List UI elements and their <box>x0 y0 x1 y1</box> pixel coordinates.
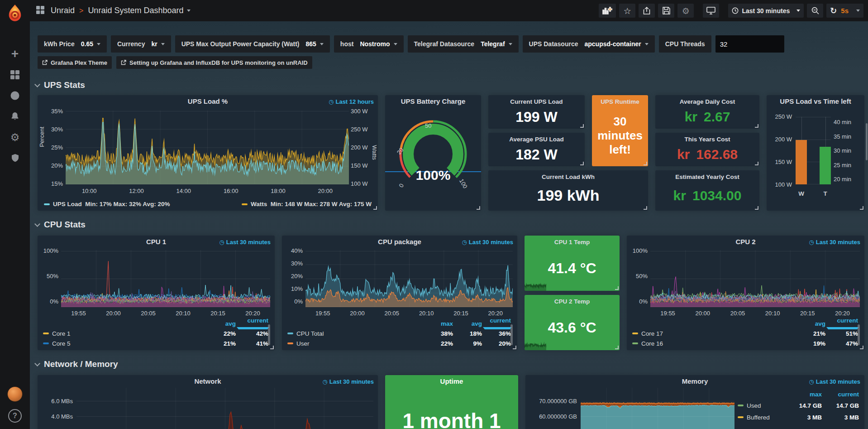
legend-series-name[interactable]: Core 5 <box>52 340 71 347</box>
panel-resize-handle[interactable] <box>580 124 584 128</box>
cpu-package-plot[interactable] <box>305 250 513 307</box>
panel-title[interactable]: Average PSU Load <box>488 136 585 143</box>
panel-resize-handle[interactable] <box>644 206 647 210</box>
zoom-out-button[interactable] <box>807 4 823 18</box>
bar-time-left[interactable] <box>820 147 831 184</box>
panel-resize-handle[interactable] <box>580 162 584 165</box>
variable-ups-max-output[interactable]: UPS Max Output Power Capacity (Watt) 865 <box>175 35 330 53</box>
panel-resize-handle[interactable] <box>270 346 274 349</box>
link-ups-monitoring-guide[interactable]: Setting up Grafana and InfluxDB for UPS … <box>116 56 312 69</box>
variable-ups-datasource[interactable]: UPS Datasource apcupsd-container <box>523 35 655 53</box>
panel-resize-handle[interactable] <box>513 346 516 349</box>
legend-series-name[interactable]: Core 17 <box>641 330 663 337</box>
refresh-button[interactable]: ↻ 5s <box>826 4 863 18</box>
grafana-logo-icon[interactable] <box>6 4 24 24</box>
panel-resize-handle[interactable] <box>755 206 758 210</box>
legend-series-name[interactable]: Watts <box>251 201 267 207</box>
panel-time-range[interactable]: ◷Last 12 hours <box>329 98 374 105</box>
panel-title[interactable]: Current UPS Load <box>488 98 585 105</box>
panel-title[interactable]: Uptime <box>385 377 518 385</box>
variable-host[interactable]: host Nostromo <box>334 35 404 53</box>
legend-series-name[interactable]: Buffered <box>747 414 770 421</box>
legend-scrollbar[interactable] <box>268 324 270 345</box>
link-grafana-plex-theme[interactable]: Grafana Plex Theme <box>38 56 112 69</box>
add-panel-button[interactable] <box>599 4 616 18</box>
legend-sort-current[interactable]: current <box>236 317 268 331</box>
network-plot[interactable] <box>76 388 373 429</box>
panel-title[interactable]: Average Daily Cost <box>655 98 759 105</box>
star-button[interactable]: ☆ <box>619 4 635 18</box>
user-avatar[interactable] <box>7 386 23 402</box>
ups-load-plot[interactable] <box>66 111 349 184</box>
section-ups-stats[interactable]: UPS Stats <box>35 80 85 90</box>
breadcrumb-dashboard-title[interactable]: Unraid System Dashboard <box>88 6 183 15</box>
panel-resize-handle[interactable] <box>860 206 863 210</box>
refresh-interval-label[interactable]: 5s <box>841 7 849 14</box>
share-button[interactable] <box>639 4 655 18</box>
page-scrollbar-thumb[interactable] <box>866 123 868 160</box>
panel-time-range[interactable]: ◷Last 30 minutes <box>809 239 860 246</box>
panel-title[interactable]: UPS Runtime <box>592 98 648 105</box>
dashboard-dropdown-caret[interactable] <box>187 10 191 12</box>
create-icon[interactable]: + <box>5 43 25 64</box>
cycle-view-monitor-icon[interactable] <box>703 4 719 18</box>
legend-sort-current[interactable]: current <box>825 317 858 331</box>
cpu1-plot[interactable] <box>61 250 270 307</box>
settings-gear-icon[interactable]: ⚙ <box>677 4 694 18</box>
section-network-memory[interactable]: Network / Memory <box>35 359 118 369</box>
alerting-bell-icon[interactable] <box>5 106 25 127</box>
legend-scrollbar[interactable] <box>510 324 513 345</box>
bar-plot[interactable] <box>796 117 831 184</box>
variable-telegraf-datasource[interactable]: Telegraf Datasource Telegraf <box>408 35 519 53</box>
cpu2-plot[interactable] <box>650 250 860 307</box>
legend-series-name[interactable]: User <box>296 340 310 347</box>
legend-sort-max[interactable]: max <box>424 320 453 327</box>
panel-resize-handle[interactable] <box>860 346 863 349</box>
server-admin-shield-icon[interactable] <box>5 148 25 169</box>
panel-resize-handle[interactable] <box>755 124 758 128</box>
panel-resize-handle[interactable] <box>477 206 480 210</box>
dashboard-grid-icon[interactable] <box>36 6 44 16</box>
legend-sort-current[interactable]: current <box>822 391 859 398</box>
panel-time-range[interactable]: ◷Last 30 minutes <box>219 239 271 246</box>
panel-time-range[interactable]: ◷Last 30 minutes <box>462 239 513 246</box>
panel-title[interactable]: Estimated Yearly Cost <box>655 174 759 180</box>
explore-icon[interactable] <box>5 85 25 106</box>
legend-series-name[interactable]: CPU Total <box>296 330 324 337</box>
legend-sort-avg[interactable]: avg <box>203 320 236 327</box>
bar-watts[interactable] <box>796 140 807 184</box>
legend-series-name[interactable]: Core 1 <box>52 330 71 337</box>
legend-series-name[interactable]: UPS Load <box>53 201 82 207</box>
panel-title[interactable]: CPU 2 Temp <box>525 298 620 305</box>
panel-resize-handle[interactable] <box>755 162 758 165</box>
legend-series-name[interactable]: Used <box>747 402 761 409</box>
panel-time-range[interactable]: ◷Last 30 minutes <box>322 378 374 385</box>
time-range-picker[interactable]: Last 30 minutes <box>728 4 804 18</box>
breadcrumb-folder[interactable]: Unraid <box>51 6 75 15</box>
help-icon[interactable]: ? <box>8 409 22 423</box>
legend-series-name[interactable]: Core 16 <box>641 340 663 347</box>
section-cpu-stats[interactable]: CPU Stats <box>35 220 86 230</box>
legend-sort-max[interactable]: max <box>785 391 822 398</box>
cpu-threads-input[interactable] <box>715 35 784 53</box>
panel-resize-handle[interactable] <box>644 162 647 165</box>
panel-title[interactable]: Current Load kWh <box>488 174 648 180</box>
legend-sort-current[interactable]: current <box>482 317 511 331</box>
variable-kwh-price[interactable]: kWh Price 0.65 <box>38 35 107 53</box>
configuration-gear-icon[interactable]: ⚙ <box>5 127 25 148</box>
panel-resize-handle[interactable] <box>373 206 377 210</box>
panel-resize-handle[interactable] <box>615 286 619 290</box>
panel-title[interactable]: UPS Load % <box>38 97 378 105</box>
panel-title[interactable]: This Years Cost <box>655 136 759 143</box>
save-button[interactable] <box>658 4 674 18</box>
panel-title[interactable]: UPS Load vs Time left <box>767 97 864 105</box>
legend-sort-avg[interactable]: avg <box>453 320 482 327</box>
dashboards-icon[interactable] <box>5 64 25 85</box>
legend-scrollbar[interactable] <box>858 324 860 345</box>
memory-plot[interactable] <box>581 388 734 429</box>
legend-sort-avg[interactable]: avg <box>793 320 825 327</box>
panel-title[interactable]: UPS Battery Charge <box>385 97 481 105</box>
panel-time-range[interactable]: ◷Last 30 minutes <box>809 378 860 385</box>
variable-currency[interactable]: Currency kr <box>111 35 171 53</box>
panel-resize-handle[interactable] <box>615 346 619 349</box>
